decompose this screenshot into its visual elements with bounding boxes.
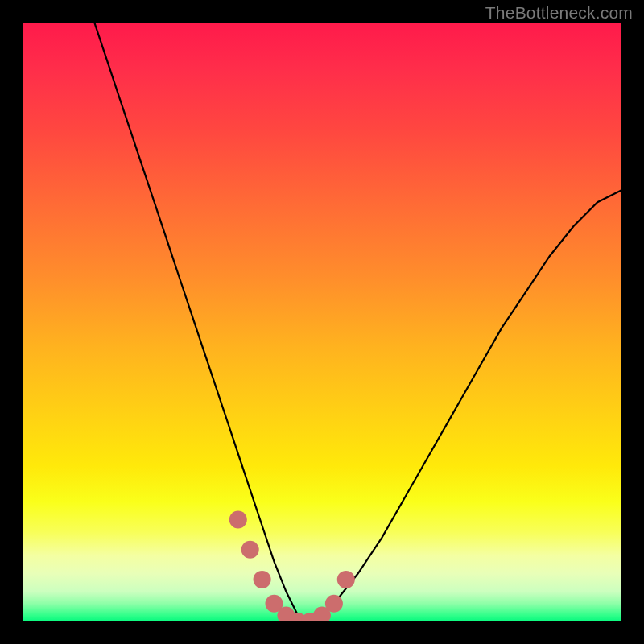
marker-dot bbox=[325, 595, 343, 613]
marker-dot bbox=[254, 571, 271, 588]
plot-area bbox=[23, 23, 621, 621]
marker-dot bbox=[229, 511, 247, 529]
marker-dot bbox=[337, 571, 355, 588]
plot-svg bbox=[23, 23, 621, 621]
chart-frame: TheBottleneck.com bbox=[0, 0, 644, 644]
watermark-text: TheBottleneck.com bbox=[485, 3, 633, 23]
bottleneck-curve-path bbox=[94, 23, 621, 621]
marker-dot bbox=[242, 541, 259, 559]
